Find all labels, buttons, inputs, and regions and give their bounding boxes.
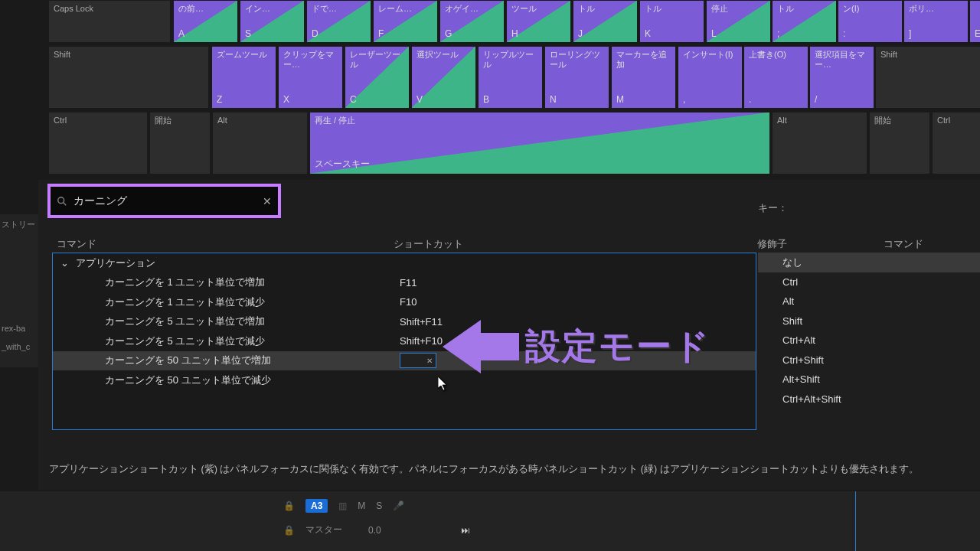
keyboard-key[interactable]: トルJ: [573, 0, 638, 43]
keyboard-key[interactable]: 停止L: [706, 0, 771, 43]
keyboard-key[interactable]: トルK: [639, 0, 704, 43]
header-modifier: 修飾子: [757, 237, 884, 251]
modifier-row[interactable]: Ctrl: [758, 272, 980, 292]
header-shortcut: ショートカット: [394, 237, 757, 251]
command-row[interactable]: カーニングを 1 ユニット単位で減少F10: [53, 292, 756, 312]
playhead[interactable]: [855, 491, 856, 551]
keyboard-key[interactable]: イン…S: [240, 0, 305, 43]
modifier-row[interactable]: Ctrl+Shift: [758, 350, 980, 370]
search-field-highlight: ✕: [47, 184, 281, 218]
keyboard-key[interactable]: 上書き(O).: [743, 46, 808, 109]
keyboard-key[interactable]: インサート(I),: [678, 46, 743, 109]
modifier-row[interactable]: Shift: [758, 311, 980, 331]
search-icon: [57, 196, 67, 207]
command-shortcut[interactable]: ✕: [400, 353, 436, 368]
mouse-cursor: [438, 377, 449, 392]
master-track-header[interactable]: 🔒 マスター 0.0 ⏭: [283, 523, 470, 536]
clear-icon[interactable]: ✕: [426, 357, 433, 365]
lock-icon[interactable]: 🔒: [283, 500, 295, 511]
svg-line-1: [64, 202, 67, 205]
shortcut-input[interactable]: ✕: [400, 353, 436, 368]
arrow-body: [481, 333, 519, 360]
keyboard-key[interactable]: リップルツールB: [478, 46, 543, 109]
keyboard-key[interactable]: ン(I):: [838, 0, 903, 43]
keyboard-key[interactable]: レーザーツールC: [345, 46, 410, 109]
command-name: カーニングを 50 ユニット単位で減少: [105, 373, 400, 387]
keyboard-key[interactable]: クリップをマー…X: [278, 46, 343, 109]
keyboard-key[interactable]: Ctrl: [932, 112, 980, 174]
modifier-row[interactable]: Ctrl+Alt+Shift: [758, 390, 980, 409]
svg-point-0: [58, 197, 64, 203]
master-label: マスター: [305, 523, 342, 536]
keyboard-key[interactable]: オゲイ…G: [439, 0, 505, 43]
header-command2: コマンド: [884, 237, 923, 251]
keyboard-key[interactable]: Alt: [772, 112, 867, 174]
keyboard-key[interactable]: E: [969, 0, 980, 43]
header-command: コマンド: [57, 237, 394, 251]
timeline-strip: 🔒 A3 ▥ M S 🎤 🔒 マスター 0.0 ⏭: [0, 491, 980, 551]
annotation-overlay: 設定モード: [443, 320, 710, 373]
modifier-row[interactable]: Alt: [758, 292, 980, 311]
command-shortcut[interactable]: F10: [400, 296, 416, 308]
column-headers: コマンド ショートカット 修飾子 コマンド: [57, 237, 980, 251]
command-name: カーニングを 5 ユニット単位で増加: [105, 315, 400, 328]
keyboard-key[interactable]: 選択ツールV: [411, 46, 476, 109]
keyboard-key[interactable]: ズームツールZ: [211, 46, 276, 109]
keyboard-key[interactable]: Caps Lock: [48, 0, 171, 43]
modifier-row[interactable]: Alt+Shift: [758, 370, 980, 390]
command-shortcut[interactable]: Shift+F10: [400, 335, 443, 347]
keyboard-key[interactable]: 開始: [869, 112, 930, 174]
track-badge-a3[interactable]: A3: [305, 499, 328, 513]
help-text: アプリケーションショートカット (紫) はパネルフォーカスに関係なく有効です。パ…: [49, 463, 972, 476]
modifier-row[interactable]: なし: [758, 253, 980, 272]
arrow-left-icon: [443, 320, 481, 373]
keyboard-key[interactable]: レーム…F: [373, 0, 438, 43]
command-name: カーニングを 1 ユニット単位で減少: [105, 295, 400, 309]
lock-icon[interactable]: 🔒: [283, 525, 295, 536]
keyboard-key[interactable]: 再生 / 停止スペースキー: [309, 112, 770, 174]
command-name: カーニングを 5 ユニット単位で減少: [105, 334, 400, 348]
annotation-text: 設定モード: [525, 323, 710, 370]
keyboard-visual: Caps Lockの前…Aイン…Sドで…Dレーム…Fオゲイ…GツールHトルJトル…: [0, 0, 980, 180]
keyboard-key[interactable]: Alt: [212, 112, 308, 174]
keyboard-key[interactable]: ローリングツールN: [544, 46, 609, 109]
keyboard-key[interactable]: マーカーを追加M: [611, 46, 676, 109]
modifier-row[interactable]: Ctrl+Alt: [758, 331, 980, 350]
command-shortcut[interactable]: Shift+F11: [400, 316, 443, 328]
chevron-down-icon: ⌄: [60, 257, 70, 269]
skip-icon[interactable]: ⏭: [461, 525, 470, 536]
keyboard-key[interactable]: ドで…D: [306, 0, 371, 43]
voice-icon[interactable]: 🎤: [393, 500, 404, 511]
search-input[interactable]: [74, 195, 263, 207]
command-group-row[interactable]: ⌄ アプリケーション: [53, 253, 756, 273]
keyboard-key[interactable]: ボリ…]: [903, 0, 969, 43]
keyboard-key[interactable]: Shift: [48, 46, 209, 109]
keyboard-key[interactable]: 選択項目をマー…/: [809, 46, 874, 109]
keyboard-key[interactable]: Ctrl: [48, 112, 148, 174]
solo-button[interactable]: S: [376, 500, 382, 511]
mute-button[interactable]: M: [358, 500, 365, 511]
command-name: カーニングを 1 ユニット単位で増加: [105, 276, 400, 289]
keyboard-key[interactable]: トル;: [772, 0, 837, 43]
audio-track-header[interactable]: 🔒 A3 ▥ M S 🎤: [283, 499, 404, 513]
clear-search-icon[interactable]: ✕: [263, 195, 272, 207]
keyboard-key[interactable]: ツールH: [506, 0, 571, 43]
keys-label: キー：: [758, 201, 788, 215]
keyboard-key[interactable]: Shift: [875, 46, 980, 109]
keyboard-key[interactable]: の前…A: [173, 0, 238, 43]
command-name: カーニングを 50 ユニット単位で増加: [105, 354, 400, 367]
modifier-list[interactable]: なしCtrlAltShiftCtrl+AltCtrl+ShiftAlt+Shif…: [758, 253, 980, 409]
left-panel-peek: ストリー rex-ba _with_c: [0, 214, 38, 367]
command-row[interactable]: カーニングを 1 ユニット単位で増加F11: [53, 273, 756, 293]
command-shortcut[interactable]: F11: [400, 277, 416, 289]
sync-icon[interactable]: ▥: [338, 500, 347, 511]
group-label: アプリケーション: [76, 256, 407, 270]
keyboard-key[interactable]: 開始: [149, 112, 211, 174]
master-value[interactable]: 0.0: [368, 525, 381, 536]
